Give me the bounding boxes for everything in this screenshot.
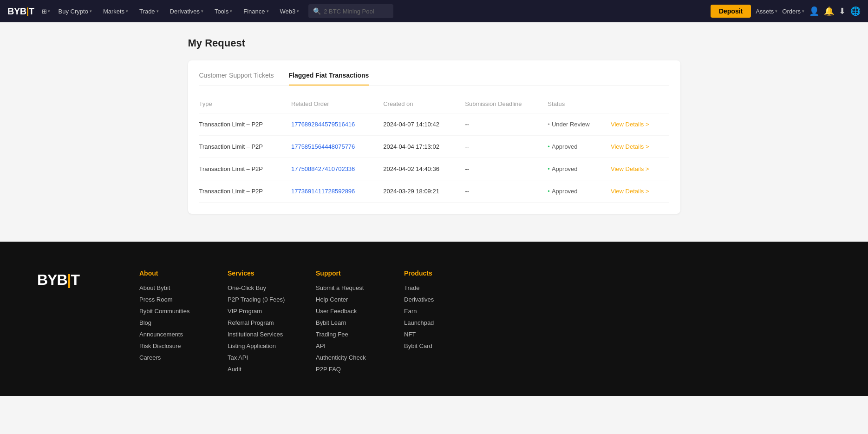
footer-section-title: Support (316, 270, 376, 277)
row-created: 2024-04-02 14:40:36 (383, 158, 465, 180)
row-order-id: 1776892844579516416 (291, 113, 383, 136)
footer: BYB|T AboutAbout BybitPress RoomBybit Co… (0, 242, 868, 396)
footer-link[interactable]: API (316, 342, 376, 349)
search-icon: 🔍 (313, 7, 321, 15)
footer-link[interactable]: Help Center (316, 296, 376, 303)
footer-link[interactable]: Blog (139, 319, 200, 326)
footer-link[interactable]: Derivatives (404, 296, 464, 303)
row-status: •Approved (548, 180, 611, 203)
main-content: My Request Customer Support Tickets Flag… (179, 22, 690, 242)
assets-chevron-icon: ▾ (775, 9, 777, 13)
footer-link[interactable]: Launchpad (404, 319, 464, 326)
footer-link[interactable]: Tax API (228, 354, 288, 361)
view-details-button[interactable]: View Details > (611, 121, 649, 128)
logo[interactable]: BYB|T (7, 6, 34, 17)
footer-link[interactable]: P2P FAQ (316, 366, 376, 373)
footer-link[interactable]: Referral Program (228, 319, 288, 326)
notifications-icon[interactable]: 🔔 (824, 6, 834, 16)
finance-chevron-icon: ▾ (267, 9, 269, 13)
footer-link[interactable]: Bybit Card (404, 342, 464, 349)
derivatives-chevron-icon: ▾ (201, 9, 203, 13)
view-details-button[interactable]: View Details > (611, 143, 649, 150)
row-order-id: 1775088427410702336 (291, 158, 383, 180)
search-input[interactable] (324, 8, 389, 15)
col-related-order: Related Order (291, 97, 383, 113)
footer-link[interactable]: Risk Disclosure (139, 342, 200, 349)
footer-link[interactable]: VIP Program (228, 308, 288, 315)
footer-link[interactable]: Bybit Learn (316, 319, 376, 326)
row-order-id: 1775851564448075776 (291, 136, 383, 158)
nav-web3[interactable]: Web3 ▾ (275, 0, 304, 22)
download-icon[interactable]: ⬇ (839, 6, 846, 16)
footer-link[interactable]: Announcements (139, 331, 200, 338)
row-deadline: -- (465, 180, 548, 203)
footer-link[interactable]: P2P Trading (0 Fees) (228, 296, 288, 303)
footer-link[interactable]: Press Room (139, 296, 200, 303)
footer-link[interactable]: Listing Application (228, 342, 288, 349)
footer-link[interactable]: Institutional Services (228, 331, 288, 338)
nav-finance[interactable]: Finance ▾ (239, 0, 273, 22)
row-action[interactable]: View Details > (611, 180, 669, 203)
row-created: 2024-03-29 18:09:21 (383, 180, 465, 203)
apps-grid-icon: ⊞ (42, 8, 47, 15)
page-title: My Request (188, 37, 680, 49)
nav-derivatives[interactable]: Derivatives ▾ (165, 0, 208, 22)
nav-buy-crypto[interactable]: Buy Crypto ▾ (54, 0, 97, 22)
footer-link[interactable]: Submit a Request (316, 284, 376, 291)
tab-flagged-fiat[interactable]: Flagged Fiat Transactions (289, 72, 369, 85)
apps-chevron-icon: ▾ (48, 9, 50, 13)
transactions-table: Type Related Order Created on Submission… (199, 97, 669, 203)
footer-link[interactable]: One-Click Buy (228, 284, 288, 291)
footer-inner: BYB|T AboutAbout BybitPress RoomBybit Co… (37, 270, 831, 377)
table-row: Transaction Limit – P2P 1775088427410702… (199, 158, 669, 180)
language-icon[interactable]: 🌐 (850, 6, 861, 16)
footer-link[interactable]: Earn (404, 308, 464, 315)
table-row: Transaction Limit – P2P 1773691411728592… (199, 180, 669, 203)
tab-customer-support[interactable]: Customer Support Tickets (199, 72, 274, 85)
assets-button[interactable]: Assets ▾ (756, 8, 777, 15)
nav-markets[interactable]: Markets ▾ (98, 0, 133, 22)
footer-link[interactable]: Trading Fee (316, 331, 376, 338)
row-action[interactable]: View Details > (611, 136, 669, 158)
deposit-button[interactable]: Deposit (711, 5, 751, 18)
footer-link[interactable]: Trade (404, 284, 464, 291)
row-action[interactable]: View Details > (611, 158, 669, 180)
row-action[interactable]: View Details > (611, 113, 669, 136)
footer-link[interactable]: Bybit Communities (139, 308, 200, 315)
table-row: Transaction Limit – P2P 1776892844579516… (199, 113, 669, 136)
profile-avatar-icon[interactable]: 👤 (809, 6, 819, 16)
col-type: Type (199, 97, 291, 113)
row-deadline: -- (465, 113, 548, 136)
orders-chevron-icon: ▾ (802, 9, 804, 13)
row-type: Transaction Limit – P2P (199, 136, 291, 158)
row-status: •Approved (548, 158, 611, 180)
col-action (611, 97, 669, 113)
view-details-button[interactable]: View Details > (611, 165, 649, 172)
nav-trade[interactable]: Trade ▾ (135, 0, 163, 22)
footer-link[interactable]: About Bybit (139, 284, 200, 291)
search-bar[interactable]: 🔍 (308, 4, 393, 18)
col-status: Status (548, 97, 611, 113)
footer-section-title: Services (228, 270, 288, 277)
col-submission-deadline: Submission Deadline (465, 97, 548, 113)
web3-chevron-icon: ▾ (297, 9, 299, 13)
nav-tools[interactable]: Tools ▾ (210, 0, 237, 22)
footer-logo-col: BYB|T (37, 270, 111, 377)
footer-col-products: ProductsTradeDerivativesEarnLaunchpadNFT… (404, 270, 464, 377)
row-created: 2024-04-04 17:13:02 (383, 136, 465, 158)
footer-link[interactable]: Careers (139, 354, 200, 361)
footer-link[interactable]: Audit (228, 366, 288, 373)
col-created-on: Created on (383, 97, 465, 113)
footer-link[interactable]: User Feedback (316, 308, 376, 315)
footer-section-title: About (139, 270, 200, 277)
navbar: BYB|T ⊞ ▾ Buy Crypto ▾ Markets ▾ Trade ▾… (0, 0, 868, 22)
row-created: 2024-04-07 14:10:42 (383, 113, 465, 136)
footer-logo-bar: | (67, 271, 71, 288)
tools-chevron-icon: ▾ (230, 9, 232, 13)
view-details-button[interactable]: View Details > (611, 188, 649, 195)
logo-text: BYB|T (7, 6, 34, 17)
footer-link[interactable]: Authenticity Check (316, 354, 376, 361)
footer-link[interactable]: NFT (404, 331, 464, 338)
apps-menu-button[interactable]: ⊞ ▾ (40, 6, 52, 17)
orders-button[interactable]: Orders ▾ (782, 8, 804, 15)
